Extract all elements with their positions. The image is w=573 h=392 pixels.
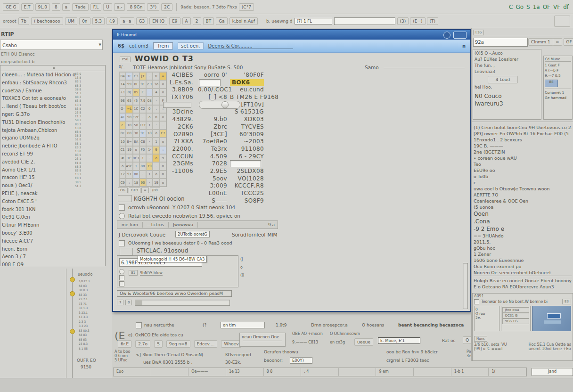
toolbar-button[interactable]: BT [203, 17, 214, 25]
menu-item[interactable]: set oen. [178, 42, 203, 49]
right-list-row[interactable]: 2011.5. [474, 239, 572, 245]
list-item[interactable]: Coton EXCE.5 ' [0, 198, 105, 206]
grid-cell[interactable]: 1A [119, 80, 126, 88]
grid-cell[interactable]: . [153, 105, 159, 113]
list-item[interactable]: Citnur M FIEonn [0, 221, 105, 229]
menu-item[interactable]: Deems & Cor......... [208, 43, 293, 49]
toolbar-field-2[interactable] [334, 17, 395, 25]
grid-cell[interactable]: 91 [139, 80, 146, 88]
preview-toolbar-button[interactable]: E3 [562, 299, 571, 304]
grid-cell[interactable]: · [146, 138, 153, 146]
rowB-button-1[interactable]: ueeue [354, 338, 373, 346]
status-segment[interactable] [151, 368, 189, 376]
checkbox-2[interactable] [119, 240, 125, 246]
grid-cell[interactable]: O- [119, 105, 126, 113]
list-item[interactable]: heon, Eorn [0, 245, 105, 253]
mini-button[interactable]: = [141, 188, 149, 193]
grid-cell[interactable]: 8= [126, 138, 132, 146]
toolbar-button[interactable]: (.9 [106, 17, 118, 25]
grid-cell[interactable]: 9E [119, 97, 126, 105]
marker-dot[interactable] [70, 291, 75, 296]
toolbar-button[interactable]: 0n [79, 17, 90, 25]
toolbar-button[interactable]: Ga [216, 17, 228, 25]
toolbar-button[interactable]: F.L [90, 3, 102, 11]
rowB-box[interactable]: oeau Omencn One [239, 333, 286, 347]
grid-cell[interactable]: 65 [126, 97, 132, 105]
bottom-field[interactable]: on tim [221, 322, 265, 328]
toolbar-button[interactable]: 8 9Gn [127, 3, 145, 11]
tray-icon[interactable]: df [562, 4, 570, 10]
grid-cell[interactable]: o [153, 171, 159, 179]
toolbar-button[interactable]: 3°) [147, 3, 159, 11]
grid-cell[interactable]: 91 [126, 171, 132, 179]
toolbar-button[interactable]: a.- [114, 3, 125, 11]
right-list-row[interactable]: AERTTE 7O [474, 192, 572, 198]
group-b-line2[interactable]: Cunamet 1 [545, 90, 571, 95]
rowB-item[interactable]: 9eg n=8 [166, 340, 190, 348]
toolbar-button[interactable]: U [103, 3, 112, 11]
grid-cell[interactable]: 9 [153, 146, 159, 154]
rowC-center-field[interactable]: E00Y) [290, 357, 312, 364]
right-search-input[interactable] [473, 38, 528, 47]
right-list-row[interactable]: uwa eoel b OtuowJe Teownu woon [474, 186, 572, 192]
right-list-row[interactable]: Hukgh Beae eu ouned Gonae Ebeut booooy [474, 276, 572, 284]
grid-cell[interactable]: · [146, 72, 153, 80]
right-list-row[interactable]: 1 Zener [474, 251, 572, 257]
right-search-button[interactable]: Clnmm.1 [528, 38, 553, 46]
checkbox-1[interactable] [119, 204, 125, 211]
toggle-knob[interactable] [221, 101, 229, 108]
grid-cell[interactable]: 8( [126, 89, 132, 97]
grid-cell[interactable]: · [139, 171, 146, 179]
grid-cell[interactable]: =L [126, 105, 132, 113]
grid-cell[interactable]: .. [146, 89, 153, 97]
list-item[interactable]: hiecee A.Ct'7 [0, 237, 105, 245]
list-item[interactable]: Aeon 3 / 7 [0, 253, 105, 261]
right-icon-button[interactable]: GF [564, 38, 573, 46]
bottom-option[interactable]: O hoesans [362, 323, 384, 327]
status-end-box[interactable]: jand [532, 368, 573, 376]
grid-cell[interactable]: 1 [139, 154, 146, 162]
grid-cell[interactable]: 1· [146, 146, 153, 154]
grid-cell[interactable]: C8 [139, 138, 146, 146]
list-item[interactable]: boocy' 3.E00 [0, 229, 105, 237]
dialog-titlebar[interactable]: It.ttoumd [113, 30, 470, 40]
menu-item[interactable]: cot om3 [129, 43, 148, 49]
status-segment[interactable] [339, 368, 377, 376]
layer-combobox[interactable]: Csaho ▼ [0, 40, 103, 50]
grid-cell[interactable]: F. [139, 89, 146, 97]
sub-tab[interactable]: —Lctros [143, 222, 169, 228]
grid-cell[interactable]: 88 [126, 130, 132, 138]
grid-cell[interactable]: 18 [146, 130, 153, 138]
grid-cell[interactable]: : [153, 121, 159, 129]
grid-cell[interactable]: 1 [146, 121, 153, 129]
checkbox-1-label[interactable]: ocrovb u9oononL Y 0207 0 Siatt neonk 104 [128, 204, 235, 210]
right-list-row[interactable]: -9 2 Emo e [474, 225, 572, 233]
mini-button[interactable]: GTO [129, 188, 140, 193]
toolbar-corner-button[interactable] [554, 16, 570, 27]
toolbar-button[interactable]: 9L.0 [35, 3, 50, 11]
status-segment[interactable]: 1e 13 [226, 368, 264, 376]
toolbar-button[interactable]: (E=) [410, 17, 425, 25]
grid-cell[interactable]: 90 [139, 179, 146, 187]
right-list-row[interactable]: Noreen Oe seeo eeohed bOehueet [474, 270, 572, 276]
grid-cell[interactable]: 18 [133, 179, 139, 187]
mini-button[interactable]: OG [118, 188, 128, 193]
grid-cell[interactable]: 0E [119, 130, 126, 138]
grid-cell[interactable]: 05 [133, 89, 139, 97]
grid-cell[interactable]: +1 [119, 89, 126, 97]
right-list-row[interactable]: (1) Ceon bofot boneCnu 9H Uoetovous.co 2… [474, 124, 572, 131]
toolbar-field-1[interactable]: (7) 1 FL [295, 18, 332, 24]
help-button[interactable] [443, 32, 450, 39]
status-segment[interactable]: 9 em [376, 368, 414, 376]
grid-cell[interactable]: 1 [146, 171, 153, 179]
rowB-item[interactable]: Edcev.... [194, 340, 218, 348]
grid-cell[interactable]: F1T [139, 121, 146, 129]
grid-cell[interactable]: F0 [139, 146, 146, 154]
toolbar-button[interactable]: 2C [161, 3, 172, 11]
grid-cell[interactable]: 1C [133, 105, 139, 113]
grid-cell[interactable]: 50 [133, 121, 139, 129]
grid-cell[interactable]: 3o [153, 80, 159, 88]
list-item[interactable]: Oe91 G.0en [0, 213, 105, 221]
grid-cell[interactable]: 12 [119, 171, 126, 179]
grid-cell[interactable]: o [146, 113, 153, 121]
